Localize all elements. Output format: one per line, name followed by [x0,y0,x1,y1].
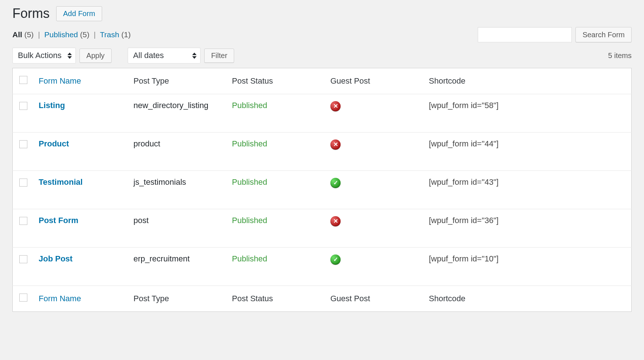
select-all-footer-checkbox[interactable] [19,294,27,302]
row-checkbox[interactable] [19,140,27,148]
separator: | [92,30,98,39]
form-title-link[interactable]: Job Post [39,254,73,263]
col-post-status: Post Status [227,68,325,94]
apply-button[interactable]: Apply [79,49,112,63]
filters-left: Bulk Actions Apply All dates Filter [12,47,234,64]
row-name-cell: Post Form [34,209,128,248]
filter-published-link[interactable]: Published (5) [44,30,92,39]
chevron-updown-icon [67,53,72,59]
cross-icon: ✕ [330,216,341,226]
row-name-cell: Testimonial [34,171,128,209]
select-all-footer [13,286,34,312]
row-checkbox[interactable] [19,102,27,110]
page-wrap: Forms Add Form All (5) | Published (5) |… [0,0,644,360]
col-guest-post-footer: Guest Post [325,286,424,312]
row-shortcode: [wpuf_form id="43"] [424,171,632,209]
filter-trash-count: (1) [121,30,131,39]
col-guest-post: Guest Post [325,68,424,94]
filter-all-link[interactable]: All (5) [12,30,36,39]
filter-all-count: (5) [24,30,34,39]
col-form-name-footer: Form Name [34,286,128,312]
separator: | [36,30,42,39]
row-checkbox-cell [13,94,34,133]
table-row: Listingnew_directory_listingPublished✕[w… [13,94,632,133]
search-box: Search Form [478,27,632,42]
row-post-type: new_directory_listing [128,94,227,133]
form-title-link[interactable]: Listing [39,101,65,110]
filters-row: Bulk Actions Apply All dates Filter 5 it… [12,47,632,64]
select-all-header [13,68,34,94]
chevron-updown-icon [192,53,197,59]
row-checkbox-cell [13,171,34,209]
row-post-status: Published [227,248,325,286]
form-title-link[interactable]: Product [39,139,69,148]
check-icon: ✓ [330,254,341,265]
row-post-status: Published [227,171,325,209]
row-shortcode: [wpuf_form id="58"] [424,94,632,133]
col-shortcode-footer: Shortcode [424,286,632,312]
table-row: Post FormpostPublished✕[wpuf_form id="36… [13,209,632,248]
dates-label: All dates [133,51,164,60]
col-shortcode: Shortcode [424,68,632,94]
items-count: 5 items [608,51,632,60]
filter-all-label: All [12,30,22,39]
row-guest-post: ✕ [325,209,424,248]
bulk-actions-select[interactable]: Bulk Actions [12,47,76,64]
sort-form-name-footer-link[interactable]: Form Name [39,294,81,303]
select-all-checkbox[interactable] [19,76,27,84]
table-row: ProductproductPublished✕[wpuf_form id="4… [13,133,632,171]
row-checkbox[interactable] [19,179,27,187]
row-post-type: post [128,209,227,248]
page-header: Forms Add Form [12,6,632,21]
row-post-type: js_testimonials [128,171,227,209]
row-guest-post: ✕ [325,133,424,171]
check-icon: ✓ [330,178,341,188]
row-shortcode: [wpuf_form id="36"] [424,209,632,248]
row-checkbox[interactable] [19,217,27,225]
col-post-status-footer: Post Status [227,286,325,312]
filter-published-count: (5) [80,30,90,39]
row-post-type: erp_recruitment [128,248,227,286]
form-title-link[interactable]: Testimonial [39,177,83,187]
col-post-type: Post Type [128,68,227,94]
row-shortcode: [wpuf_form id="44"] [424,133,632,171]
subsub-links: All (5) | Published (5) | Trash (1) [12,30,131,39]
cross-icon: ✕ [330,139,341,150]
row-checkbox-cell [13,209,34,248]
forms-table: Form Name Post Type Post Status Guest Po… [12,68,632,312]
row-name-cell: Listing [34,94,128,133]
filter-published-label: Published [44,30,78,39]
dates-select[interactable]: All dates [128,47,201,64]
sort-form-name-link[interactable]: Form Name [39,76,81,85]
row-shortcode: [wpuf_form id="10"] [424,248,632,286]
subsub-row: All (5) | Published (5) | Trash (1) Sear… [12,27,632,42]
col-form-name: Form Name [34,68,128,94]
table-row: Testimonialjs_testimonialsPublished✓[wpu… [13,171,632,209]
table-row: Job Posterp_recruitmentPublished✓[wpuf_f… [13,248,632,286]
row-name-cell: Product [34,133,128,171]
col-post-type-footer: Post Type [128,286,227,312]
filter-trash-label: Trash [100,30,119,39]
row-checkbox[interactable] [19,255,27,263]
row-post-status: Published [227,209,325,248]
add-form-button[interactable]: Add Form [56,6,102,21]
page-title: Forms [12,6,50,21]
search-button[interactable]: Search Form [575,27,632,42]
row-name-cell: Job Post [34,248,128,286]
row-checkbox-cell [13,133,34,171]
row-guest-post: ✓ [325,171,424,209]
row-post-status: Published [227,94,325,133]
table-footer-row: Form Name Post Type Post Status Guest Po… [13,286,632,312]
row-post-type: product [128,133,227,171]
table-header-row: Form Name Post Type Post Status Guest Po… [13,68,632,94]
cross-icon: ✕ [330,101,341,111]
bulk-actions-label: Bulk Actions [18,51,62,60]
row-guest-post: ✕ [325,94,424,133]
row-checkbox-cell [13,248,34,286]
row-guest-post: ✓ [325,248,424,286]
filter-trash-link[interactable]: Trash (1) [100,30,131,39]
form-title-link[interactable]: Post Form [39,216,78,225]
row-post-status: Published [227,133,325,171]
search-input[interactable] [478,27,572,42]
filter-button[interactable]: Filter [204,49,234,63]
